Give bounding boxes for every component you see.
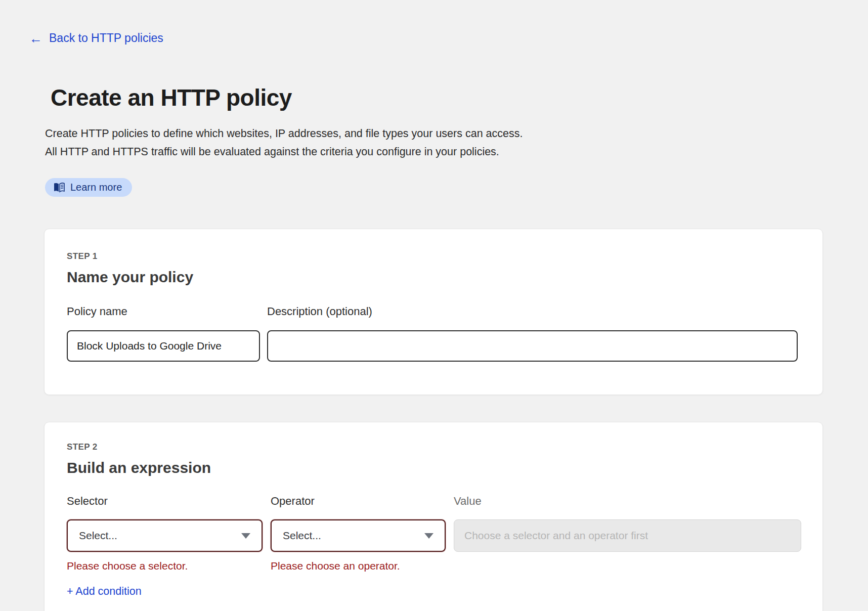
page-title: Create an HTTP policy (51, 84, 292, 111)
book-icon (53, 183, 65, 193)
selector-dropdown[interactable]: Select... (67, 519, 263, 552)
back-arrow-icon: ← (29, 32, 42, 45)
back-link[interactable]: ← Back to HTTP policies (29, 31, 163, 45)
back-link-label: Back to HTTP policies (49, 31, 163, 45)
selector-dropdown-value: Select... (79, 530, 117, 542)
learn-more-label: Learn more (70, 182, 122, 193)
operator-dropdown-value: Select... (283, 530, 321, 542)
step2-label: STEP 2 (67, 442, 800, 452)
step1-card: STEP 1 Name your policy Policy name Desc… (44, 229, 823, 395)
chevron-down-icon (241, 533, 250, 539)
value-input (454, 519, 801, 552)
value-label: Value (454, 495, 801, 508)
page-description: Create HTTP policies to define which web… (45, 124, 523, 161)
chevron-down-icon (424, 533, 433, 539)
policy-name-input[interactable] (67, 330, 260, 362)
operator-label: Operator (271, 495, 446, 508)
page-description-line2: All HTTP and HTTPS traffic will be evalu… (45, 143, 523, 161)
step1-heading: Name your policy (67, 269, 800, 286)
step2-heading: Build an expression (67, 459, 800, 476)
description-label: Description (optional) (267, 305, 798, 318)
learn-more-button[interactable]: Learn more (45, 178, 132, 197)
description-input[interactable] (267, 330, 798, 362)
operator-error-message: Please choose an operator. (271, 560, 446, 572)
step1-label: STEP 1 (67, 251, 800, 261)
policy-name-label: Policy name (67, 305, 260, 318)
page-description-line1: Create HTTP policies to define which web… (45, 124, 523, 143)
selector-error-message: Please choose a selector. (67, 560, 263, 572)
operator-dropdown[interactable]: Select... (271, 519, 446, 552)
add-condition-link[interactable]: + Add condition (67, 585, 142, 598)
step2-card: STEP 2 Build an expression Selector Oper… (44, 422, 823, 611)
selector-label: Selector (67, 495, 263, 508)
